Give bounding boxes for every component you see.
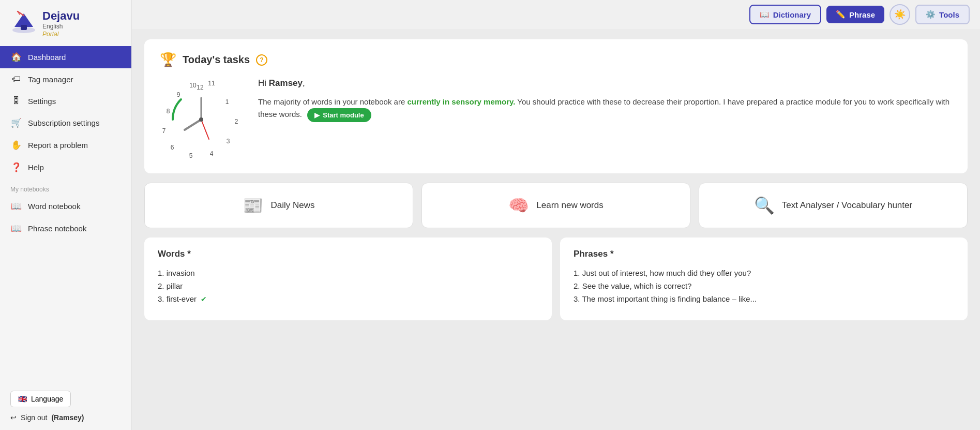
words-notebook-title: Words * xyxy=(158,249,538,259)
svg-text:7: 7 xyxy=(162,127,166,135)
feature-icon-learn-words: 🧠 xyxy=(508,196,529,215)
word-index: 1. invasion xyxy=(158,269,195,277)
phrase-icon: ✏️ xyxy=(836,10,846,19)
sidebar-item-subscription[interactable]: 🛒Subscription settings xyxy=(0,112,131,134)
svg-text:2: 2 xyxy=(235,118,238,125)
nav-label-phrase-notebook: Phrase notebook xyxy=(28,224,86,233)
words-notebook-card: Words * 1. invasion2. pillar3. first-eve… xyxy=(144,238,552,320)
nav-label-word-notebook: Word notebook xyxy=(28,202,80,211)
signout-label: Sign out xyxy=(21,413,47,422)
notebooks-section-label: My notebooks xyxy=(0,179,131,195)
highlight-text: currently in sensory memory. xyxy=(407,97,515,106)
tasks-title: Today's tasks xyxy=(183,54,250,66)
sidebar-item-settings[interactable]: 🎛Settings xyxy=(0,90,131,112)
phrase-index: 3. The most important thing is finding b… xyxy=(574,294,757,303)
feature-row: 📰Daily News🧠Learn new words🔍Text Analyse… xyxy=(144,183,968,228)
language-button[interactable]: 🇬🇧 Language xyxy=(10,391,71,407)
words-list: 1. invasion2. pillar3. first-ever✔ xyxy=(158,266,538,305)
word-index: 2. pillar xyxy=(158,281,183,290)
feature-icon-text-analyser: 🔍 xyxy=(754,196,775,215)
feature-label-learn-words: Learn new words xyxy=(536,200,603,211)
nav-icon-tag-manager: 🏷 xyxy=(10,74,22,84)
dictionary-button[interactable]: 📖 Dictionary xyxy=(749,5,821,24)
nav-label-dashboard: Dashboard xyxy=(28,53,66,62)
signout-icon: ↩ xyxy=(10,413,17,422)
svg-text:11: 11 xyxy=(208,80,215,87)
logo-text: Dejavu English Portal xyxy=(42,9,80,38)
content-area: 🏆 Today's tasks ? 12 1 2 3 4 5 6 xyxy=(132,29,980,430)
sidebar-item-phrase-notebook[interactable]: 📖Phrase notebook xyxy=(0,217,131,240)
sidebar-item-report[interactable]: ✋Report a problem xyxy=(0,134,131,156)
nav-label-report: Report a problem xyxy=(28,141,88,150)
tasks-trophy-icon: 🏆 xyxy=(160,52,176,68)
greeting: Hi Ramsey, xyxy=(258,78,952,88)
logo-portal: Portal xyxy=(42,31,80,38)
sidebar-item-dashboard[interactable]: 🏠Dashboard xyxy=(0,46,131,68)
phrase-index: 2. See the value, which is correct? xyxy=(574,281,691,290)
nav-icon-dashboard: 🏠 xyxy=(10,52,22,63)
signout-row[interactable]: ↩ Sign out (Ramsey) xyxy=(10,413,121,422)
list-item: 1. invasion xyxy=(158,266,538,279)
list-item: 1. Just out of interest, how much did th… xyxy=(574,266,954,279)
play-icon: ▶ xyxy=(314,111,320,119)
dictionary-label: Dictionary xyxy=(773,10,811,19)
nav-icon-report: ✋ xyxy=(10,140,22,151)
sidebar-item-help[interactable]: ❓Help xyxy=(0,156,131,179)
sidebar-bottom: 🇬🇧 Language ↩ Sign out (Ramsey) xyxy=(0,382,131,430)
nav-icon-word-notebook: 📖 xyxy=(10,201,22,212)
list-item: 2. See the value, which is correct? xyxy=(574,279,954,292)
start-module-button[interactable]: ▶ Start module xyxy=(307,108,371,122)
nav-icon-subscription: 🛒 xyxy=(10,117,22,128)
theme-icon: ☀️ xyxy=(894,9,906,20)
logo-icon xyxy=(10,10,37,37)
svg-rect-2 xyxy=(21,25,27,30)
tools-icon: ⚙️ xyxy=(926,10,936,19)
flag-icon: 🇬🇧 xyxy=(18,395,27,403)
svg-point-21 xyxy=(199,117,203,122)
topbar: 📖 Dictionary ✏️ Phrase ☀️ ⚙️ Tools xyxy=(132,0,980,29)
svg-line-18 xyxy=(185,120,201,130)
message-text: The majority of words in your notebook a… xyxy=(258,96,952,122)
notebooks-nav: 📖Word notebook📖Phrase notebook xyxy=(0,195,131,240)
svg-text:9: 9 xyxy=(177,91,180,98)
svg-text:4: 4 xyxy=(210,150,214,157)
phrases-list: 1. Just out of interest, how much did th… xyxy=(574,266,954,305)
tasks-info-icon[interactable]: ? xyxy=(256,54,267,66)
clock-container: 12 1 2 3 4 5 6 7 8 9 10 11 xyxy=(160,78,243,161)
phrases-notebook-title: Phrases * xyxy=(574,249,954,259)
phrase-button[interactable]: ✏️ Phrase xyxy=(826,6,884,23)
language-label: Language xyxy=(31,395,63,403)
logo-dejavu: Dejavu xyxy=(42,9,80,22)
sidebar-item-tag-manager[interactable]: 🏷Tag manager xyxy=(0,68,131,90)
svg-text:3: 3 xyxy=(227,138,230,145)
tools-label: Tools xyxy=(939,10,959,19)
phrase-index: 1. Just out of interest, how much did th… xyxy=(574,269,751,277)
notebooks-row: Words * 1. invasion2. pillar3. first-eve… xyxy=(144,238,968,320)
svg-text:8: 8 xyxy=(167,108,170,115)
nav-icon-phrase-notebook: 📖 xyxy=(10,223,22,234)
list-item: 3. The most important thing is finding b… xyxy=(574,292,954,305)
theme-toggle[interactable]: ☀️ xyxy=(889,4,910,25)
tasks-body: 12 1 2 3 4 5 6 7 8 9 10 11 xyxy=(160,78,952,161)
phrases-notebook-card: Phrases * 1. Just out of interest, how m… xyxy=(560,238,968,320)
sidebar-item-word-notebook[interactable]: 📖Word notebook xyxy=(0,195,131,217)
tasks-header: 🏆 Today's tasks ? xyxy=(160,52,952,68)
check-icon: ✔ xyxy=(201,295,207,303)
greeting-user: Ramsey xyxy=(269,78,303,88)
feature-card-daily-news[interactable]: 📰Daily News xyxy=(144,183,413,228)
feature-card-learn-words[interactable]: 🧠Learn new words xyxy=(421,183,690,228)
svg-text:5: 5 xyxy=(189,152,193,159)
nav-label-tag-manager: Tag manager xyxy=(28,75,73,84)
list-item: 2. pillar xyxy=(158,279,538,292)
message-area: Hi Ramsey, The majority of words in your… xyxy=(258,78,952,122)
list-item: 3. first-ever✔ xyxy=(158,292,538,305)
feature-icon-daily-news: 📰 xyxy=(243,196,263,215)
tools-button[interactable]: ⚙️ Tools xyxy=(915,5,970,24)
nav-label-help: Help xyxy=(28,163,44,172)
svg-text:6: 6 xyxy=(171,144,174,151)
clock-svg: 12 1 2 3 4 5 6 7 8 9 10 11 xyxy=(160,78,243,161)
feature-card-text-analyser[interactable]: 🔍Text Analyser / Vocabulary hunter xyxy=(699,183,968,228)
svg-text:10: 10 xyxy=(189,82,197,89)
tasks-card: 🏆 Today's tasks ? 12 1 2 3 4 5 6 xyxy=(144,39,968,173)
nav-label-subscription: Subscription settings xyxy=(28,118,99,127)
